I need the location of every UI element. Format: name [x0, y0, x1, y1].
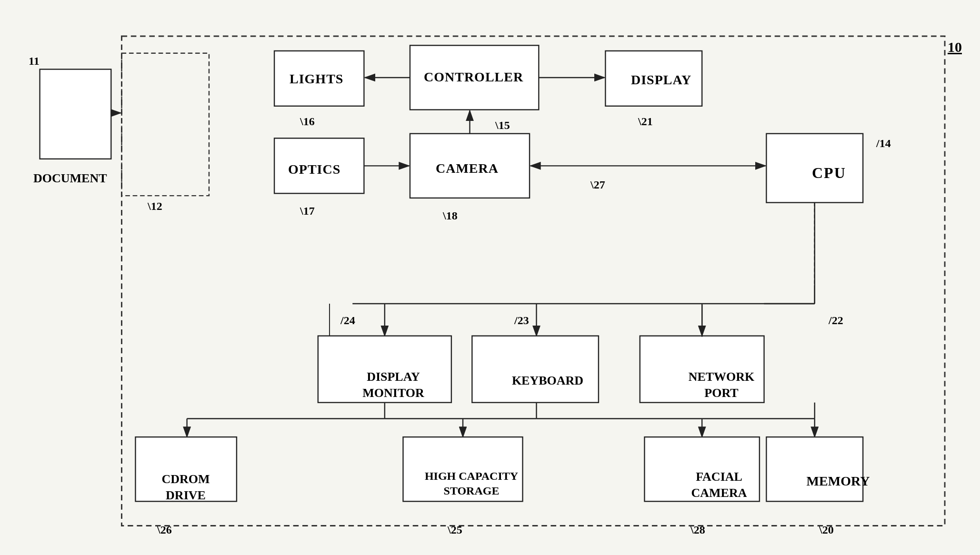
lights-label: LIGHTS — [290, 71, 343, 87]
ref-28: \28 — [690, 524, 705, 536]
ref-24: /24 — [340, 314, 355, 327]
display-label: DISPLAY — [631, 72, 691, 88]
svg-rect-5 — [40, 69, 111, 159]
ref-26: \26 — [157, 524, 172, 536]
network-port-label: NETWORKPORT — [660, 369, 783, 401]
ref-14: /14 — [876, 137, 891, 150]
diagram: DOCUMENT 11 \12 LIGHTS \16 CONTROLLER \1… — [10, 10, 970, 545]
ref-23: /23 — [514, 314, 529, 327]
svg-rect-26 — [472, 336, 599, 403]
display-monitor-label: DISPLAYMONITOR — [327, 369, 460, 401]
optics-label: OPTICS — [288, 162, 340, 177]
ref-20: \20 — [819, 524, 834, 536]
cdrom-label: CDROMDRIVE — [136, 471, 236, 504]
ref-27: \27 — [590, 178, 605, 191]
ref-21: \21 — [638, 115, 653, 128]
ref-16: \16 — [300, 115, 315, 128]
ref-17: \17 — [300, 205, 315, 218]
document-label: DOCUMENT — [33, 171, 107, 186]
svg-rect-42 — [766, 437, 863, 501]
svg-rect-4 — [121, 53, 209, 196]
controller-label: CONTROLLER — [424, 69, 523, 85]
keyboard-label: KEYBOARD — [486, 374, 610, 388]
cpu-label: CPU — [812, 164, 846, 182]
svg-rect-3 — [121, 36, 945, 525]
high-capacity-label: HIGH CAPACITYSTORAGE — [412, 469, 531, 498]
ref-25: \25 — [448, 524, 462, 536]
ref-12: \12 — [148, 200, 162, 213]
ref-15: \15 — [495, 119, 510, 132]
system-ref: 10 — [948, 39, 962, 55]
facial-camera-label: FACIALCAMERA — [662, 469, 776, 501]
ref-18: \18 — [443, 209, 458, 222]
ref-22: /22 — [829, 314, 843, 327]
camera-label: CAMERA — [436, 161, 499, 176]
ref-11: 11 — [29, 55, 40, 68]
memory-label: MEMORY — [790, 474, 886, 489]
